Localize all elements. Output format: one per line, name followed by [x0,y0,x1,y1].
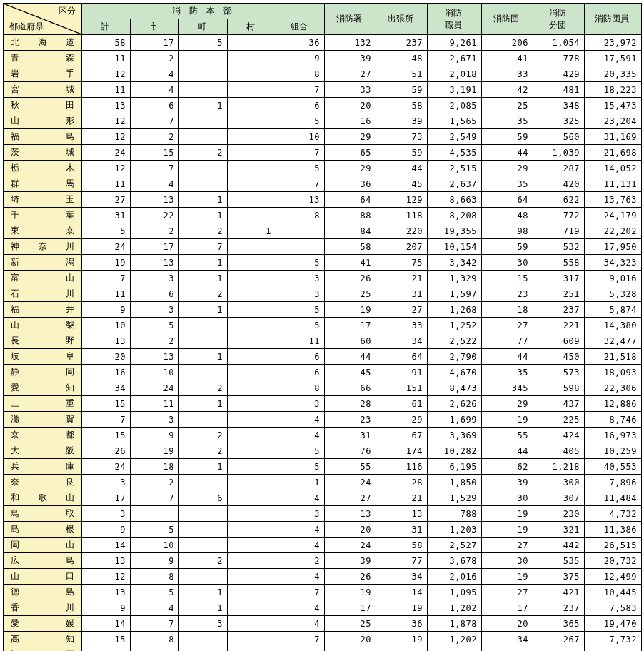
value-cell [228,129,276,145]
prefecture-cell: 徳 島 [4,585,82,600]
table-body: 北 海 道58175361322379,2612061,05423,972青 森… [4,35,642,652]
value-cell: 2 [179,286,228,302]
prefecture-cell: 岩 手 [4,66,82,82]
value-cell: 3 [131,302,179,318]
value-cell: 35 [482,176,533,192]
value-cell [179,569,228,585]
value-cell: 15 [82,396,131,412]
value-cell: 17 [482,600,533,616]
prefecture-cell: 茨 城 [4,145,82,161]
value-cell: 1,597 [428,286,482,302]
value-cell: 206 [482,35,533,51]
value-cell: 66 [325,380,376,396]
value-cell: 1 [179,647,228,652]
value-cell: 4,732 [585,506,642,522]
value-cell: 307 [533,490,585,506]
value-cell: 24,179 [585,208,642,223]
value-cell: 9 [82,522,131,538]
value-cell: 8 [276,66,325,82]
value-cell: 96 [376,647,428,652]
value-cell: 13 [325,506,376,522]
value-cell [228,443,276,459]
value-cell: 65 [325,145,376,161]
value-cell: 151 [376,380,428,396]
value-cell: 13 [276,192,325,208]
prefecture-cell: 長 野 [4,333,82,349]
value-cell: 321 [533,522,585,538]
value-cell: 5 [276,255,325,271]
value-cell: 4,535 [428,145,482,161]
value-cell: 2,549 [428,129,482,145]
value-cell [228,239,276,255]
value-cell: 24 [82,239,131,255]
table-row: 静 岡1610645914,6703557318,093 [4,365,642,380]
value-cell: 10,154 [428,239,482,255]
value-cell: 4 [276,428,325,443]
value-cell: 8,473 [428,380,482,396]
value-cell: 24 [325,538,376,553]
value-cell: 325 [533,113,585,129]
value-cell: 2,085 [428,98,482,113]
value-cell: 1,095 [428,585,482,600]
value-cell: 59 [482,239,533,255]
value-cell: 1 [179,208,228,223]
value-cell: 7 [276,632,325,647]
value-cell: 2,671 [428,51,482,66]
value-cell [228,459,276,475]
value-cell: 129 [376,192,428,208]
value-cell: 7 [131,161,179,176]
value-cell: 10 [131,365,179,380]
table-row: 青 森112939482,6714177817,591 [4,51,642,66]
value-cell: 55 [325,459,376,475]
value-cell: 207 [376,239,428,255]
value-cell: 31 [325,428,376,443]
value-cell: 18 [482,302,533,318]
value-cell [179,365,228,380]
value-cell: 132 [325,35,376,51]
value-cell: 5 [131,522,179,538]
value-cell: 1 [179,98,228,113]
value-cell: 12 [82,161,131,176]
value-cell: 5 [82,223,131,239]
value-cell: 5 [276,302,325,318]
value-cell: 34 [82,380,131,396]
value-cell: 12 [82,66,131,82]
table-row: 三 重15111328612,6262943712,886 [4,396,642,412]
value-cell: 13 [82,333,131,349]
value-cell: 22,306 [585,380,642,396]
table-row: 島 根95420311,2031932111,386 [4,522,642,538]
value-cell: 33 [482,66,533,82]
value-cell: 15 [131,145,179,161]
value-cell: 11,386 [585,522,642,538]
table-row: 愛 知342428661518,47334559822,306 [4,380,642,396]
value-cell: 442 [533,538,585,553]
prefecture-cell: 愛 媛 [4,616,82,632]
value-cell: 2,626 [428,396,482,412]
header-sub-village: 村 [228,19,276,35]
value-cell [179,538,228,553]
value-cell: 17 [325,318,376,333]
value-cell: 10,282 [428,443,482,459]
value-cell: 35 [482,113,533,129]
value-cell: 15 [482,271,533,286]
value-cell: 3,191 [428,82,482,98]
value-cell [228,35,276,51]
prefecture-cell: 山 口 [4,569,82,585]
value-cell [228,66,276,82]
prefecture-cell: 石 川 [4,286,82,302]
value-cell: 14 [82,538,131,553]
prefecture-cell: 島 根 [4,522,82,538]
value-cell: 88 [325,208,376,223]
value-cell: 19 [376,600,428,616]
prefecture-cell: 和 歌 山 [4,490,82,506]
value-cell: 18,223 [585,82,642,98]
table-row: 鳥 取331313788192304,732 [4,506,642,522]
value-cell: 62 [482,459,533,475]
value-cell: 4 [131,82,179,98]
value-cell: 76 [325,443,376,459]
prefecture-cell: 愛 知 [4,380,82,396]
value-cell: 230 [533,506,585,522]
value-cell: 405 [533,443,585,459]
value-cell: 15 [82,632,131,647]
value-cell: 32,477 [585,333,642,349]
